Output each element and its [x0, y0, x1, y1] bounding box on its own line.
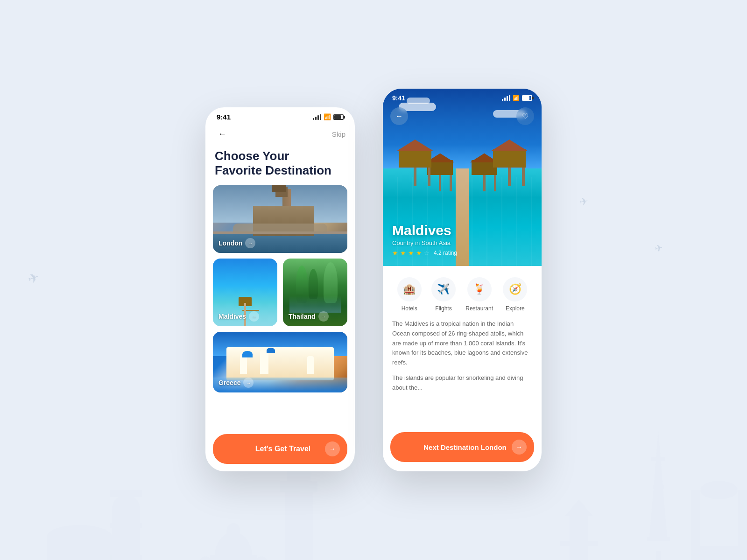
phone1-header: ← Skip	[205, 125, 355, 145]
thailand-label: Thailand →	[289, 311, 329, 322]
phone1-status-bar: 9:41 📶	[205, 107, 355, 125]
hotels-label: Hotels	[402, 305, 417, 312]
restaurant-icon-circle: 🍹	[467, 277, 492, 301]
phone2-content: 🏨 Hotels ✈️ Flights 🍹 Restaurant 🧭 Explo…	[383, 266, 542, 427]
phone1: 9:41 📶 ← Skip Choose Your Favorite Desti…	[205, 107, 355, 471]
explore-icon-circle: 🧭	[503, 277, 527, 301]
destination-subtitle: Country in South Asia	[392, 239, 457, 246]
restaurant-category[interactable]: 🍹 Restaurant	[465, 277, 493, 312]
next-arrow-icon: →	[512, 440, 527, 455]
phone2-status-icons: 📶	[502, 94, 532, 102]
description-p1: The Maldives is a tropical nation in the…	[392, 319, 532, 368]
svg-rect-30	[560, 541, 598, 546]
page-title: Choose Your Favorite Destination	[205, 145, 355, 185]
star-2: ★	[400, 249, 406, 257]
destination-name: Maldives	[392, 223, 457, 238]
explore-label: Explore	[506, 305, 525, 312]
explore-category[interactable]: 🧭 Explore	[503, 277, 527, 312]
svg-rect-12	[110, 490, 142, 497]
hero-section: 9:41 📶 ← ♡ Maldives Count	[383, 89, 542, 266]
battery-icon	[333, 114, 344, 120]
svg-marker-29	[565, 499, 593, 516]
hero-back-button[interactable]: ←	[390, 107, 408, 125]
phone1-time: 9:41	[217, 113, 231, 121]
star-4: ★	[416, 249, 422, 257]
svg-rect-14	[110, 555, 142, 560]
svg-rect-5	[285, 490, 313, 560]
thailand-arrow[interactable]: →	[318, 311, 329, 322]
skip-button[interactable]: Skip	[332, 130, 345, 138]
description-section: The Maldives is a tropical nation in the…	[383, 319, 542, 400]
svg-point-18	[226, 523, 240, 541]
categories-row: 🏨 Hotels ✈️ Flights 🍹 Restaurant 🧭 Explo…	[383, 266, 542, 319]
restaurant-label: Restaurant	[465, 305, 493, 312]
london-label: London →	[218, 238, 255, 248]
thailand-card[interactable]: Thailand →	[283, 259, 347, 326]
maldives-label: Maldives →	[218, 311, 259, 322]
star-3: ★	[408, 249, 414, 257]
svg-rect-4	[653, 485, 664, 489]
flights-category[interactable]: ✈️ Flights	[431, 277, 456, 312]
maldives-arrow[interactable]: →	[249, 311, 259, 322]
phone2: 9:41 📶 ← ♡ Maldives Count	[383, 89, 542, 471]
svg-rect-13	[110, 523, 142, 528]
mid-row: Maldives → Thailand →	[213, 259, 347, 326]
greece-label: Greece →	[218, 378, 254, 388]
phone2-bottom: Next Destination London →	[383, 427, 542, 471]
greece-card[interactable]: Greece →	[213, 332, 347, 392]
star-5: ☆	[424, 249, 430, 257]
description-p2: The islands are popular for snorkeling a…	[392, 373, 532, 393]
signal-icon	[313, 114, 321, 120]
phone1-bottom: Let's Get Travel →	[205, 427, 355, 471]
hero-buttons: ← ♡	[383, 107, 542, 125]
hero-info: Maldives Country in South Asia ★ ★ ★ ★ ☆…	[392, 223, 457, 257]
svg-rect-0	[656, 551, 661, 560]
flights-icon-circle: ✈️	[431, 277, 456, 301]
phone2-signal-icon	[502, 95, 510, 101]
rating-text: 4.2 rating	[434, 250, 457, 256]
svg-rect-3	[651, 457, 665, 461]
maldives-card[interactable]: Maldives →	[213, 259, 277, 326]
phone1-status-icons: 📶	[313, 113, 344, 120]
hotels-icon-circle: 🏨	[397, 277, 422, 301]
destinations-list: London → Maldives →	[205, 185, 355, 423]
star-1: ★	[392, 249, 398, 257]
favorite-button[interactable]: ♡	[516, 107, 534, 125]
phone2-battery-icon	[522, 95, 532, 101]
london-arrow[interactable]: →	[245, 238, 255, 248]
phone2-status-bar: 9:41 📶	[383, 89, 542, 107]
svg-point-35	[700, 481, 738, 499]
back-button[interactable]: ←	[215, 126, 230, 141]
flights-label: Flights	[435, 305, 451, 312]
london-card[interactable]: London →	[213, 185, 347, 253]
greece-arrow[interactable]: →	[243, 378, 254, 388]
svg-rect-28	[570, 513, 588, 560]
phone2-time: 9:41	[392, 94, 405, 102]
lets-get-travel-button[interactable]: Let's Get Travel →	[213, 434, 347, 464]
travel-arrow-icon: →	[325, 441, 340, 456]
destination-rating: ★ ★ ★ ★ ☆ 4.2 rating	[392, 249, 457, 257]
hotels-category[interactable]: 🏨 Hotels	[397, 277, 422, 312]
phones-container: 9:41 📶 ← Skip Choose Your Favorite Desti…	[205, 89, 542, 471]
wifi-icon: 📶	[324, 113, 331, 120]
phone2-wifi-icon: 📶	[513, 95, 520, 101]
next-destination-button[interactable]: Next Destination London →	[390, 432, 534, 462]
